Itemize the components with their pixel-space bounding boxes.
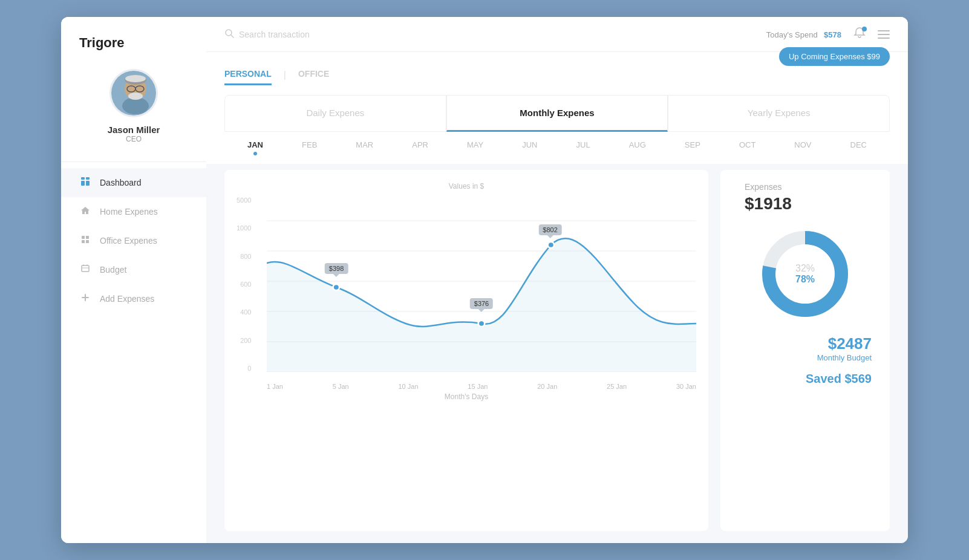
months-row: JAN FEB MAR APR MAY JUN JUL AUG SEP OCT … — [224, 132, 890, 164]
sidebar-divider — [61, 161, 206, 162]
expenses-title: Expenses — [732, 182, 781, 192]
month-mar[interactable]: MAR — [351, 138, 378, 158]
expense-cards: Daily Expenes Monthly Expenes Yearly Exp… — [224, 85, 890, 132]
expense-section: Daily Expenes Monthly Expenes Yearly Exp… — [206, 85, 908, 164]
svg-point-8 — [128, 93, 143, 100]
menu-line-1 — [878, 30, 890, 31]
sidebar-item-office-expenses[interactable]: Office Expenes — [61, 226, 206, 255]
line-chart-svg — [267, 197, 696, 372]
y-label-400: 400 — [237, 308, 251, 316]
svg-rect-9 — [81, 177, 85, 180]
yearly-expenses-card[interactable]: Yearly Expenes — [668, 95, 890, 132]
avatar — [109, 69, 158, 117]
today-spend-label: Today's Spend — [766, 30, 818, 39]
budget-info: $2487 Monthly Budget — [732, 334, 878, 362]
svg-rect-13 — [82, 236, 85, 239]
y-label-600: 600 — [237, 281, 251, 288]
today-spend-amount: $578 — [824, 30, 841, 39]
bell-badge — [862, 27, 867, 31]
y-label-0: 0 — [237, 365, 251, 372]
svg-point-1 — [122, 97, 149, 114]
chart-section: Values in $ 0 200 400 600 800 1000 5000 — [206, 164, 908, 543]
sidebar-item-dashboard[interactable]: Dashboard — [61, 168, 206, 197]
svg-rect-14 — [86, 236, 89, 239]
x-axis-title: Month's Days — [237, 392, 696, 401]
today-spend: Today's Spend $578 — [766, 29, 841, 40]
app-container: Trigore Jason Miller CEO — [61, 17, 908, 543]
sidebar-item-add-expenses[interactable]: Add Expenses — [61, 284, 206, 313]
month-apr[interactable]: APR — [407, 138, 433, 158]
month-dot — [253, 152, 257, 155]
svg-line-22 — [231, 35, 233, 37]
chart-inner: $398 $376 $802 — [267, 197, 696, 372]
x-label-25jan: 25 Jan — [607, 383, 627, 390]
x-label-15jan: 15 Jan — [468, 383, 488, 390]
month-jul[interactable]: JUL — [572, 138, 595, 158]
svg-point-30 — [478, 321, 484, 327]
menu-line-3 — [878, 37, 890, 39]
svg-rect-16 — [86, 240, 89, 243]
x-axis: 1 Jan 5 Jan 10 Jan 15 Jan 20 Jan 25 Jan … — [267, 383, 696, 390]
sidebar-label-add: Add Expenses — [100, 294, 154, 304]
sidebar-item-home-expenses[interactable]: Home Expenes — [61, 197, 206, 226]
dashboard-icon — [79, 177, 91, 189]
daily-expenses-card[interactable]: Daily Expenes — [224, 95, 446, 132]
y-label-800: 800 — [237, 253, 251, 260]
sidebar-item-budget[interactable]: Budget — [61, 255, 206, 284]
tab-divider: | — [284, 70, 286, 80]
donut-chart: 32% 78% — [757, 226, 853, 322]
app-logo: Trigore — [61, 35, 125, 51]
month-may[interactable]: MAY — [462, 138, 488, 158]
svg-rect-11 — [81, 181, 85, 186]
monthly-expenses-card[interactable]: Monthly Expenes — [446, 95, 668, 132]
sidebar-label-office: Office Expenes — [100, 236, 157, 246]
y-axis: 0 200 400 600 800 1000 5000 — [237, 197, 257, 372]
user-name: Jason Miller — [108, 125, 160, 135]
sidebar-label-dashboard: Dashboard — [100, 178, 142, 187]
x-label-10jan: 10 Jan — [399, 383, 419, 390]
month-oct[interactable]: OCT — [734, 138, 760, 158]
svg-rect-15 — [82, 240, 85, 243]
month-feb[interactable]: FEB — [297, 138, 322, 158]
sidebar-nav: Dashboard Home Expenes — [61, 168, 206, 313]
svg-rect-12 — [86, 181, 90, 186]
menu-icon[interactable] — [878, 30, 890, 39]
month-sep[interactable]: SEP — [680, 138, 705, 158]
office-icon — [79, 235, 91, 247]
bell-icon[interactable] — [853, 28, 866, 41]
month-dec[interactable]: DEC — [846, 138, 872, 158]
budget-icon — [79, 264, 91, 276]
sidebar: Trigore Jason Miller CEO — [61, 17, 206, 543]
budget-amount: $2487 — [732, 334, 872, 353]
tab-office[interactable]: OFFICE — [298, 64, 329, 85]
y-label-1000: 1000 — [237, 224, 251, 232]
expenses-total: $1918 — [732, 194, 792, 213]
month-jun[interactable]: JUN — [517, 138, 542, 158]
upcoming-expenses-button[interactable]: Up Coming Expenses $99 — [779, 47, 890, 66]
y-label-200: 200 — [237, 337, 251, 344]
add-icon — [79, 293, 91, 305]
budget-label: Monthly Budget — [732, 353, 872, 362]
header: Search transaction Today's Spend $578 — [206, 17, 908, 52]
search-input[interactable]: Search transaction — [239, 30, 310, 39]
right-panel: Expenses $1918 32% 78% $ — [720, 170, 890, 531]
tab-personal[interactable]: PERSONAL — [224, 64, 272, 85]
search-icon — [224, 28, 234, 41]
svg-point-31 — [548, 242, 554, 248]
svg-point-7 — [125, 75, 146, 82]
svg-point-29 — [333, 284, 339, 290]
chart-area: 0 200 400 600 800 1000 5000 — [237, 197, 696, 390]
bell-wrapper — [853, 27, 866, 42]
month-jan[interactable]: JAN — [243, 138, 268, 158]
sidebar-label-budget: Budget — [100, 265, 126, 275]
x-label-5jan: 5 Jan — [333, 383, 349, 390]
donut-outer-pct: 78% — [795, 274, 815, 284]
menu-line-2 — [878, 34, 890, 35]
search-container[interactable]: Search transaction — [224, 28, 310, 41]
month-nov[interactable]: NOV — [789, 138, 816, 158]
saved-label: Saved $569 — [732, 372, 878, 386]
chart-wrapper: Values in $ 0 200 400 600 800 1000 5000 — [224, 170, 708, 531]
donut-inner-pct: 32% — [795, 263, 815, 274]
svg-rect-10 — [86, 177, 90, 180]
month-aug[interactable]: AUG — [624, 138, 651, 158]
